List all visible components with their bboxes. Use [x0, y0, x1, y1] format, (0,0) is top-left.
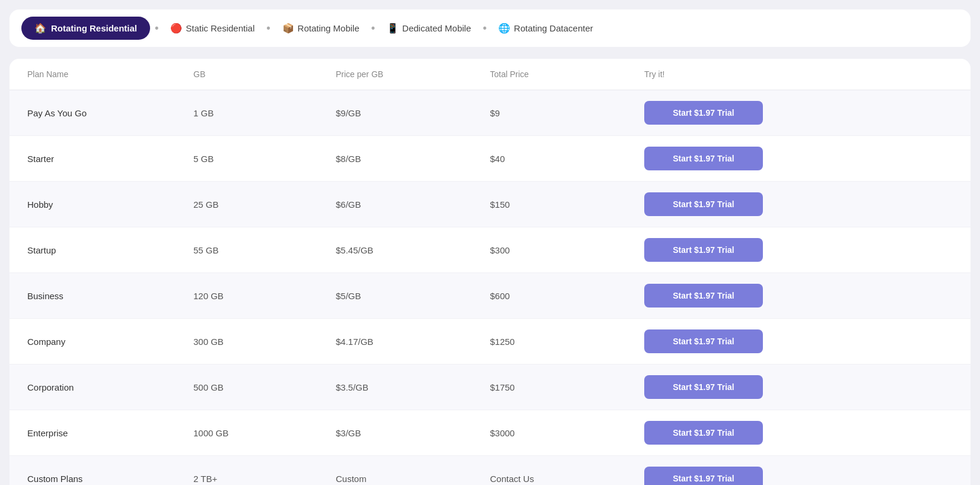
tab-separator: •	[371, 22, 375, 34]
try-it-cell: Start $1.97 Trial	[644, 375, 953, 399]
tab-static-residential[interactable]: 🔴Static Residential	[163, 18, 262, 39]
table-row: Company300 GB$4.17/GB$1250Start $1.97 Tr…	[9, 319, 971, 364]
start-trial-button[interactable]: Start $1.97 Trial	[644, 192, 763, 216]
table-header-try-it!: Try it!	[644, 69, 953, 79]
start-trial-button[interactable]: Start $1.97 Trial	[644, 329, 763, 353]
rotating-datacenter-label: Rotating Datacenter	[514, 23, 593, 33]
static-residential-icon: 🔴	[170, 23, 182, 34]
plan-gb: 55 GB	[193, 245, 336, 255]
try-it-cell: Start $1.97 Trial	[644, 284, 953, 308]
tab-rotating-datacenter[interactable]: 🌐Rotating Datacenter	[491, 18, 600, 39]
plan-name: Startup	[27, 245, 193, 255]
plan-price-per-gb: $9/GB	[336, 108, 490, 118]
tab-separator: •	[155, 22, 158, 34]
start-trial-button[interactable]: Start $1.97 Trial	[644, 375, 763, 399]
dedicated-mobile-label: Dedicated Mobile	[402, 23, 471, 33]
plan-gb: 25 GB	[193, 199, 336, 210]
plan-name: Company	[27, 337, 193, 347]
plan-price-per-gb: $3/GB	[336, 428, 490, 438]
plan-gb: 2 TB+	[193, 474, 336, 484]
plan-total-price: $1750	[490, 382, 644, 392]
tab-dedicated-mobile[interactable]: 📱Dedicated Mobile	[380, 18, 478, 39]
plan-total-price: Contact Us	[490, 474, 644, 484]
plan-name: Pay As You Go	[27, 108, 193, 118]
start-trial-button[interactable]: Start $1.97 Trial	[644, 467, 763, 485]
try-it-cell: Start $1.97 Trial	[644, 421, 953, 445]
table-header-row: Plan NameGBPrice per GBTotal PriceTry it…	[9, 59, 971, 90]
plan-total-price: $3000	[490, 428, 644, 438]
plan-total-price: $150	[490, 199, 644, 210]
try-it-cell: Start $1.97 Trial	[644, 147, 953, 170]
plan-name: Custom Plans	[27, 474, 193, 484]
plan-price-per-gb: $6/GB	[336, 199, 490, 210]
table-row: Pay As You Go1 GB$9/GB$9Start $1.97 Tria…	[9, 90, 971, 136]
rotating-residential-label: Rotating Residential	[51, 23, 137, 33]
try-it-cell: Start $1.97 Trial	[644, 238, 953, 262]
start-trial-button[interactable]: Start $1.97 Trial	[644, 147, 763, 170]
table-row: Startup55 GB$5.45/GB$300Start $1.97 Tria…	[9, 227, 971, 273]
start-trial-button[interactable]: Start $1.97 Trial	[644, 238, 763, 262]
start-trial-button[interactable]: Start $1.97 Trial	[644, 101, 763, 125]
plan-price-per-gb: $5.45/GB	[336, 245, 490, 255]
plan-name: Enterprise	[27, 428, 193, 438]
plan-gb: 1 GB	[193, 108, 336, 118]
tab-rotating-mobile[interactable]: 📦Rotating Mobile	[275, 18, 367, 39]
try-it-cell: Start $1.97 Trial	[644, 101, 953, 125]
rotating-mobile-label: Rotating Mobile	[298, 23, 359, 33]
plan-gb: 300 GB	[193, 337, 336, 347]
plan-total-price: $1250	[490, 337, 644, 347]
start-trial-button[interactable]: Start $1.97 Trial	[644, 284, 763, 308]
plan-price-per-gb: $3.5/GB	[336, 382, 490, 392]
table-row: Corporation500 GB$3.5/GB$1750Start $1.97…	[9, 364, 971, 410]
tab-bar: 🏠Rotating Residential•🔴Static Residentia…	[9, 9, 971, 47]
try-it-cell: Start $1.97 Trial	[644, 192, 953, 216]
rotating-residential-icon: 🏠	[34, 23, 46, 34]
plan-gb: 5 GB	[193, 154, 336, 164]
table-row: Custom Plans2 TB+CustomContact UsStart $…	[9, 456, 971, 485]
plan-total-price: $300	[490, 245, 644, 255]
table-header-gb: GB	[193, 69, 336, 79]
table-body: Pay As You Go1 GB$9/GB$9Start $1.97 Tria…	[9, 90, 971, 485]
plan-gb: 500 GB	[193, 382, 336, 392]
tab-separator: •	[266, 22, 270, 34]
tab-separator: •	[483, 22, 486, 34]
table-row: Business120 GB$5/GB$600Start $1.97 Trial	[9, 273, 971, 319]
rotating-datacenter-icon: 🌐	[498, 23, 510, 34]
plan-total-price: $9	[490, 108, 644, 118]
static-residential-label: Static Residential	[186, 23, 254, 33]
table-row: Hobby25 GB$6/GB$150Start $1.97 Trial	[9, 182, 971, 227]
plan-price-per-gb: $5/GB	[336, 291, 490, 301]
rotating-mobile-icon: 📦	[282, 23, 294, 34]
table-header-total-price: Total Price	[490, 69, 644, 79]
table-row: Starter5 GB$8/GB$40Start $1.97 Trial	[9, 136, 971, 182]
table-row: Enterprise1000 GB$3/GB$3000Start $1.97 T…	[9, 410, 971, 456]
start-trial-button[interactable]: Start $1.97 Trial	[644, 421, 763, 445]
plan-name: Corporation	[27, 382, 193, 392]
table-header-price-per-gb: Price per GB	[336, 69, 490, 79]
plan-total-price: $600	[490, 291, 644, 301]
tab-rotating-residential[interactable]: 🏠Rotating Residential	[21, 17, 150, 40]
plan-price-per-gb: $8/GB	[336, 154, 490, 164]
try-it-cell: Start $1.97 Trial	[644, 467, 953, 485]
try-it-cell: Start $1.97 Trial	[644, 329, 953, 353]
pricing-table: Plan NameGBPrice per GBTotal PriceTry it…	[9, 59, 971, 485]
plan-gb: 1000 GB	[193, 428, 336, 438]
plan-name: Business	[27, 291, 193, 301]
table-header-plan-name: Plan Name	[27, 69, 193, 79]
plan-gb: 120 GB	[193, 291, 336, 301]
plan-total-price: $40	[490, 154, 644, 164]
plan-price-per-gb: Custom	[336, 474, 490, 484]
dedicated-mobile-icon: 📱	[387, 23, 399, 34]
plan-name: Starter	[27, 154, 193, 164]
plan-name: Hobby	[27, 199, 193, 210]
plan-price-per-gb: $4.17/GB	[336, 337, 490, 347]
